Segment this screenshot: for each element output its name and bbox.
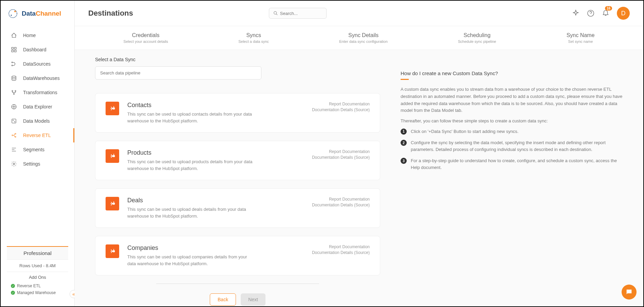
plan-addon: ✓Reverse ETL <box>7 283 68 289</box>
notification-badge: 16 <box>605 6 612 11</box>
nav: Home Dashboard DataSources DataWarehouse… <box>1 27 74 171</box>
sidebar-item-settings[interactable]: Settings <box>1 157 74 171</box>
help-step: 2Configure the sync by selecting the dat… <box>401 139 623 153</box>
report-doc-link[interactable]: Report Documentation <box>312 149 370 154</box>
hubspot-icon <box>106 244 119 258</box>
content: Select a Data Sync ContactsThis sync can… <box>75 50 643 306</box>
sidebar-item-label: Data Models <box>23 118 50 124</box>
sidebar-item-label: Reverse ETL <box>23 133 51 138</box>
topbar: Destinations 16 D <box>75 1 643 26</box>
sidebar-item-label: Home <box>23 33 36 38</box>
top-icons: 16 D <box>572 7 630 20</box>
step-details[interactable]: Sync DetailsEnter data sync configuratio… <box>339 32 387 44</box>
section-label: Select a Data Sync <box>95 57 380 62</box>
help-paragraph: A custom data sync enables you to stream… <box>401 86 623 114</box>
sparkle-icon[interactable] <box>572 10 579 17</box>
svg-point-12 <box>14 93 15 95</box>
sidebar-item-label: Dashboard <box>23 47 47 52</box>
svg-point-7 <box>12 62 13 63</box>
chat-button[interactable] <box>622 285 637 300</box>
svg-point-18 <box>15 133 16 134</box>
hubspot-icon <box>106 149 119 163</box>
pipeline-search-input[interactable] <box>95 66 261 80</box>
svg-point-9 <box>12 76 16 78</box>
avatar[interactable]: D <box>617 7 630 20</box>
help-icon[interactable] <box>587 10 594 17</box>
sidebar-item-datasources[interactable]: DataSources <box>1 57 74 71</box>
logo-icon <box>7 8 18 19</box>
report-doc-link[interactable]: Report Documentation <box>312 197 370 202</box>
svg-point-27 <box>628 291 628 292</box>
sidebar-item-explorer[interactable]: Data Explorer <box>1 100 74 114</box>
back-button[interactable]: Back <box>210 293 236 306</box>
svg-point-0 <box>9 10 17 18</box>
check-icon: ✓ <box>11 284 15 288</box>
segments-icon <box>11 147 17 153</box>
step-credentials[interactable]: CredentialsSelect your account details <box>124 32 168 44</box>
global-search-input[interactable] <box>280 11 322 16</box>
help-underline <box>401 79 409 80</box>
sync-title: Companies <box>127 244 304 252</box>
svg-point-10 <box>12 90 13 91</box>
warehouse-icon <box>11 75 17 81</box>
sidebar-item-label: Data Explorer <box>23 104 52 109</box>
plan-rows: Rows Used - 8.4M <box>7 260 68 272</box>
dashboard-icon <box>11 47 17 53</box>
page-title: Destinations <box>88 9 133 18</box>
svg-point-1 <box>14 11 16 12</box>
sidebar-item-models[interactable]: Data Models <box>1 114 74 128</box>
svg-rect-4 <box>15 47 16 49</box>
plan-addon: ✓Managed Warehouse <box>7 289 68 296</box>
logo-text: DataChannel <box>22 10 61 17</box>
svg-point-11 <box>15 90 16 91</box>
help-step: 1Click on '+Data Sync' Button to start a… <box>401 128 623 135</box>
sidebar-item-reverse-etl[interactable]: Reverse ETL <box>1 128 74 142</box>
sidebar-item-dashboard[interactable]: Dashboard <box>1 42 74 57</box>
sync-desc: This sync can be used to upload contacts… <box>127 111 256 124</box>
datasource-icon <box>11 61 17 67</box>
sidebar-item-label: DataWarehouses <box>23 75 60 81</box>
sync-list-panel: Select a Data Sync ContactsThis sync can… <box>95 57 380 306</box>
next-button[interactable]: Next <box>241 293 265 306</box>
sidebar-item-label: Transformations <box>23 90 57 95</box>
source-doc-link[interactable]: Documentation Details (Source) <box>312 203 370 207</box>
sync-title: Products <box>127 149 304 156</box>
svg-rect-3 <box>12 47 13 49</box>
report-doc-link[interactable]: Report Documentation <box>312 102 370 106</box>
help-paragraph: Thereafter, you can follow these simple … <box>401 118 623 125</box>
step-syncs[interactable]: SyncsSelect a data sync <box>238 32 269 44</box>
wizard-steps: CredentialsSelect your account details S… <box>75 26 643 50</box>
sync-card-companies[interactable]: CompaniesThis sync can be used to upload… <box>95 236 380 275</box>
report-doc-link[interactable]: Report Documentation <box>312 244 370 249</box>
sidebar-item-transformations[interactable]: Transformations <box>1 85 74 100</box>
svg-rect-5 <box>12 50 13 52</box>
source-doc-link[interactable]: Documentation Details (Source) <box>312 107 370 112</box>
svg-point-16 <box>15 122 15 122</box>
sync-desc: This sync can be used to upload products… <box>127 158 256 172</box>
svg-point-20 <box>13 163 15 165</box>
plan-tier: Professional <box>7 247 68 260</box>
svg-point-15 <box>13 120 14 121</box>
global-search[interactable] <box>269 8 327 19</box>
sidebar-item-segments[interactable]: Segments <box>1 142 74 157</box>
logo[interactable]: DataChannel <box>1 1 74 27</box>
step-number: 3 <box>401 158 407 164</box>
svg-point-17 <box>12 135 13 136</box>
source-doc-link[interactable]: Documentation Details (Source) <box>312 250 370 255</box>
source-doc-link[interactable]: Documentation Details (Source) <box>312 155 370 160</box>
notifications-button[interactable]: 16 <box>602 9 609 18</box>
sidebar-item-label: DataSources <box>23 61 51 67</box>
svg-rect-14 <box>12 119 16 123</box>
sync-card-contacts[interactable]: ContactsThis sync can be used to upload … <box>95 93 380 133</box>
sidebar-item-warehouses[interactable]: DataWarehouses <box>1 71 74 85</box>
sidebar-item-label: Segments <box>23 147 44 152</box>
step-number: 1 <box>401 129 407 135</box>
svg-point-21 <box>274 12 277 14</box>
sync-desc: This sync can be used to upload deals de… <box>127 206 256 219</box>
step-name[interactable]: Sync NameSet sync name <box>567 32 595 44</box>
sync-card-deals[interactable]: DealsThis sync can be used to upload dea… <box>95 188 380 228</box>
sync-title: Contacts <box>127 102 304 109</box>
step-scheduling[interactable]: SchedulingSchedule sync pipeline <box>458 32 496 44</box>
sidebar-item-home[interactable]: Home <box>1 28 74 42</box>
sync-card-products[interactable]: ProductsThis sync can be used to upload … <box>95 141 380 180</box>
